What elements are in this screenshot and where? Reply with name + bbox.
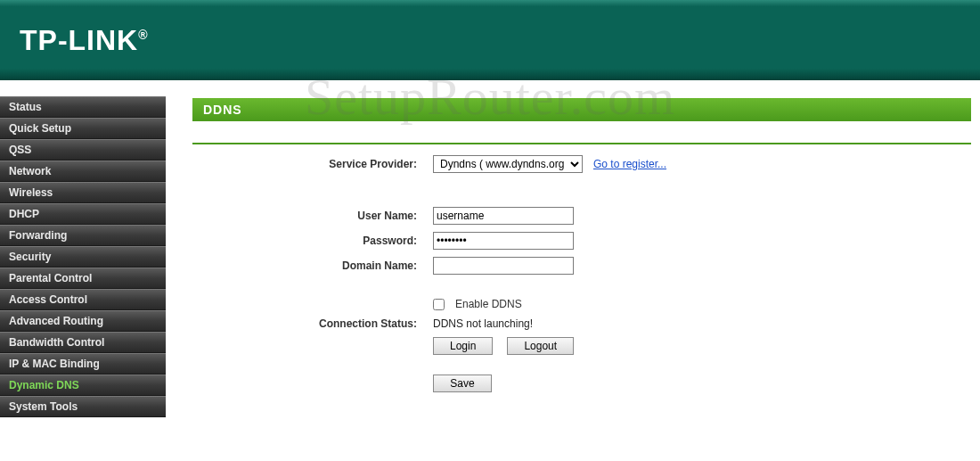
sidebar-item-label: Status bbox=[9, 101, 42, 113]
brand-text: TP-LINK bbox=[20, 24, 138, 56]
sidebar-item-dynamic-dns[interactable]: Dynamic DNS bbox=[0, 375, 166, 396]
row-connection-status: Connection Status: DDNS not launching! bbox=[255, 317, 971, 330]
login-button[interactable]: Login bbox=[433, 337, 493, 355]
sidebar-item-forwarding[interactable]: Forwarding bbox=[0, 225, 166, 246]
header: TP-LINK® bbox=[0, 0, 980, 80]
label-enable-ddns: Enable DDNS bbox=[455, 298, 522, 310]
sidebar-item-label: Network bbox=[9, 165, 51, 177]
sidebar-item-label: QSS bbox=[9, 144, 31, 156]
sidebar-item-label: Advanced Routing bbox=[9, 315, 103, 327]
label-connection-status: Connection Status: bbox=[255, 317, 433, 330]
go-to-register-link[interactable]: Go to register... bbox=[593, 158, 666, 170]
row-user-name: User Name: bbox=[255, 207, 971, 225]
sidebar-item-wireless[interactable]: Wireless bbox=[0, 182, 166, 203]
sidebar-item-label: Quick Setup bbox=[9, 122, 71, 135]
sidebar-item-label: Wireless bbox=[9, 186, 53, 199]
label-domain-name: Domain Name: bbox=[255, 259, 433, 272]
sidebar-item-system-tools[interactable]: System Tools bbox=[0, 396, 166, 417]
page-title: DDNS bbox=[192, 98, 971, 121]
label-service-provider: Service Provider: bbox=[255, 158, 433, 170]
registered-icon: ® bbox=[138, 28, 148, 42]
connection-status-value: DDNS not launching! bbox=[433, 317, 533, 330]
sidebar-item-network[interactable]: Network bbox=[0, 161, 166, 182]
label-password: Password: bbox=[255, 235, 433, 247]
divider bbox=[192, 143, 971, 144]
row-enable-ddns: Enable DDNS bbox=[255, 298, 971, 310]
label-user-name: User Name: bbox=[255, 210, 433, 222]
sidebar-item-dhcp[interactable]: DHCP bbox=[0, 203, 166, 225]
sidebar-item-label: DHCP bbox=[9, 208, 39, 220]
form-area: Service Provider: Dyndns ( www.dyndns.or… bbox=[192, 155, 971, 392]
sidebar-item-advanced-routing[interactable]: Advanced Routing bbox=[0, 310, 166, 332]
sidebar-item-label: Bandwidth Control bbox=[9, 336, 104, 349]
row-password: Password: bbox=[255, 232, 971, 250]
content-area: DDNS Service Provider: Dyndns ( www.dynd… bbox=[166, 80, 980, 417]
save-button[interactable]: Save bbox=[433, 375, 492, 392]
sidebar-item-qss[interactable]: QSS bbox=[0, 139, 166, 161]
sidebar-item-label: System Tools bbox=[9, 400, 78, 413]
user-name-input[interactable] bbox=[433, 207, 574, 225]
sidebar-item-label: Forwarding bbox=[9, 229, 67, 242]
brand-logo: TP-LINK® bbox=[20, 24, 149, 57]
sidebar-item-label: Security bbox=[9, 251, 51, 263]
sidebar: Status Quick Setup QSS Network Wireless … bbox=[0, 80, 166, 417]
sidebar-item-status[interactable]: Status bbox=[0, 96, 166, 118]
sidebar-item-security[interactable]: Security bbox=[0, 246, 166, 268]
domain-name-input[interactable] bbox=[433, 257, 574, 275]
sidebar-item-label: Dynamic DNS bbox=[9, 379, 79, 391]
enable-ddns-checkbox[interactable] bbox=[433, 299, 445, 310]
row-login-buttons: Login Logout bbox=[255, 337, 971, 355]
sidebar-item-quick-setup[interactable]: Quick Setup bbox=[0, 118, 166, 139]
sidebar-item-ip-mac-binding[interactable]: IP & MAC Binding bbox=[0, 353, 166, 375]
row-domain-name: Domain Name: bbox=[255, 257, 971, 275]
service-provider-select[interactable]: Dyndns ( www.dyndns.org ) bbox=[433, 155, 583, 173]
sidebar-item-label: IP & MAC Binding bbox=[9, 358, 100, 370]
row-save: Save bbox=[255, 375, 971, 392]
sidebar-item-bandwidth-control[interactable]: Bandwidth Control bbox=[0, 332, 166, 353]
row-service-provider: Service Provider: Dyndns ( www.dyndns.or… bbox=[255, 155, 971, 173]
password-input[interactable] bbox=[433, 232, 574, 250]
sidebar-item-access-control[interactable]: Access Control bbox=[0, 289, 166, 310]
sidebar-item-label: Parental Control bbox=[9, 272, 92, 284]
sidebar-item-parental-control[interactable]: Parental Control bbox=[0, 268, 166, 289]
main-layout: Status Quick Setup QSS Network Wireless … bbox=[0, 80, 980, 417]
logout-button[interactable]: Logout bbox=[507, 337, 574, 355]
sidebar-item-label: Access Control bbox=[9, 293, 87, 306]
